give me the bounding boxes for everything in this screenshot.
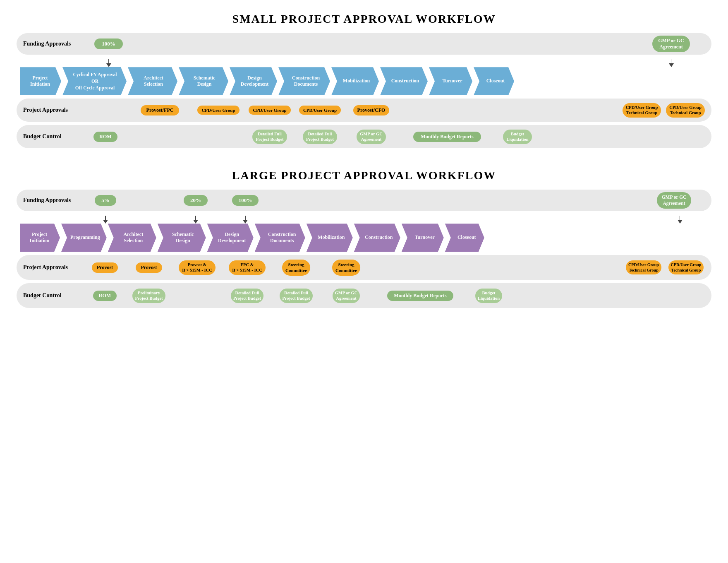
small-approval-3: CPD/User Group	[249, 106, 290, 115]
small-step-8: Construction	[380, 67, 428, 95]
small-step-9: Turnover	[429, 67, 472, 95]
large-approvals-label: Project Approvals	[17, 264, 85, 271]
large-step-4: Schematic Design	[158, 224, 206, 252]
large-step-10: Closeout	[445, 224, 484, 252]
large-step-2: Programming	[61, 224, 107, 252]
small-workflow: SMALL PROJECT APPROVAL WORKFLOW Funding …	[17, 12, 711, 148]
large-funding-row: Funding Approvals 5% 20% 100%	[17, 190, 711, 211]
large-budget-row: Budget Control ROM PreliminaryProject Bu…	[17, 283, 711, 308]
small-budget-3: Detailed FullProject Budget	[303, 130, 337, 144]
large-budget-3: Detailed FullProject Budget	[231, 289, 263, 303]
large-funding-5: 5%	[95, 195, 116, 206]
small-funding-gmp: GMP or GCAgreement	[652, 36, 690, 52]
small-budget-2: Detailed FullProject Budget	[252, 130, 287, 144]
small-step-10: Closeout	[474, 67, 514, 95]
large-step-3: Architect Selection	[108, 224, 156, 252]
small-budget-5: Monthly Budget Reports	[413, 132, 481, 142]
small-budget-label: Budget Control	[17, 133, 85, 140]
small-funding-100: 100%	[94, 38, 123, 49]
small-step-1: Project Initiation	[20, 67, 61, 95]
large-step-9: Turnover	[402, 224, 444, 252]
small-step-7: Mobilization	[331, 67, 379, 95]
large-workflow: LARGE PROJECT APPROVAL WORKFLOW Funding …	[17, 169, 711, 308]
large-approval-3: Provost &If > $15M - ICC	[179, 260, 215, 275]
large-approval-8: CPD/User GroupTechnical Group	[668, 260, 704, 274]
large-budget-label: Budget Control	[17, 292, 85, 299]
small-approvals-label: Project Approvals	[17, 107, 85, 113]
small-budget-6: BudgetLiquidation	[503, 130, 532, 144]
small-title: SMALL PROJECT APPROVAL WORKFLOW	[17, 12, 711, 26]
small-approval-2: CPD/User Group	[197, 106, 239, 115]
large-funding-gmp: GMP or GCAgreement	[657, 192, 692, 209]
large-step-8: Construction	[354, 224, 400, 252]
large-approval-2: Provost	[136, 262, 162, 273]
small-approvals-row: Project Approvals Provost/FPC CPD/User G…	[17, 99, 711, 122]
small-step-4: Schematic Design	[179, 67, 228, 95]
large-step-1: Project Initiation	[20, 224, 60, 252]
large-step-6: Construction Documents	[255, 224, 305, 252]
large-title: LARGE PROJECT APPROVAL WORKFLOW	[17, 169, 711, 182]
small-budget-row: Budget Control ROM Detailed FullProject …	[17, 125, 711, 148]
large-funding-100: 100%	[232, 195, 259, 206]
large-funding-20: 20%	[184, 195, 208, 206]
large-funding-label: Funding Approvals	[17, 197, 85, 204]
large-budget-4: Detailed FullProject Budget	[280, 289, 312, 303]
large-approval-1: Provost	[92, 262, 118, 273]
large-budget-6: Monthly Budget Reports	[387, 291, 453, 301]
large-connectors	[17, 214, 711, 224]
small-funding-label: Funding Approvals	[17, 41, 85, 47]
small-approval-7: CPD/User GroupTechnical Group	[666, 103, 705, 118]
small-step-6: Construction Documents	[278, 67, 330, 95]
large-approvals-row: Project Approvals Provost Provost Provos…	[17, 255, 711, 280]
large-budget-2: PreliminaryProject Budget	[132, 289, 165, 303]
large-step-5: Design Development	[207, 224, 254, 252]
small-approval-4: CPD/User Group	[299, 106, 341, 115]
small-approval-1: Provost/FPC	[141, 105, 180, 115]
small-step-5: Design Development	[230, 67, 277, 95]
small-budget-1: ROM	[93, 132, 117, 142]
large-steps-row: Project Initiation Programming Architect…	[17, 224, 711, 252]
large-approval-6: SteeringCommittee	[332, 260, 360, 276]
small-budget-4: GMP or GCAgreement	[357, 130, 386, 144]
small-steps-row: Project Initiation Cyclical FY Approval …	[17, 67, 711, 95]
small-approval-5: Provost/CFO	[353, 105, 390, 115]
large-budget-7: BudgetLiquidation	[475, 289, 502, 303]
large-budget-5: GMP or GCAgreement	[333, 289, 360, 303]
large-approval-7: CPD/User GroupTechnical Group	[626, 260, 661, 274]
small-approval-6: CPD/User GroupTechnical Group	[623, 103, 661, 118]
large-step-7: Mobilization	[307, 224, 353, 252]
small-connectors	[17, 57, 711, 67]
large-budget-1: ROM	[93, 291, 117, 301]
small-step-2: Cyclical FY Approval OR Off Cycle Approv…	[62, 67, 127, 95]
page-content: SMALL PROJECT APPROVAL WORKFLOW Funding …	[17, 12, 711, 308]
large-approval-4: FPC &If > $15M - ICC	[229, 260, 265, 275]
small-step-3: Architect Selection	[128, 67, 177, 95]
small-funding-row: Funding Approvals 100% GMP or GCAgreemen…	[17, 33, 711, 55]
large-approval-5: SteeringCommittee	[282, 260, 310, 276]
